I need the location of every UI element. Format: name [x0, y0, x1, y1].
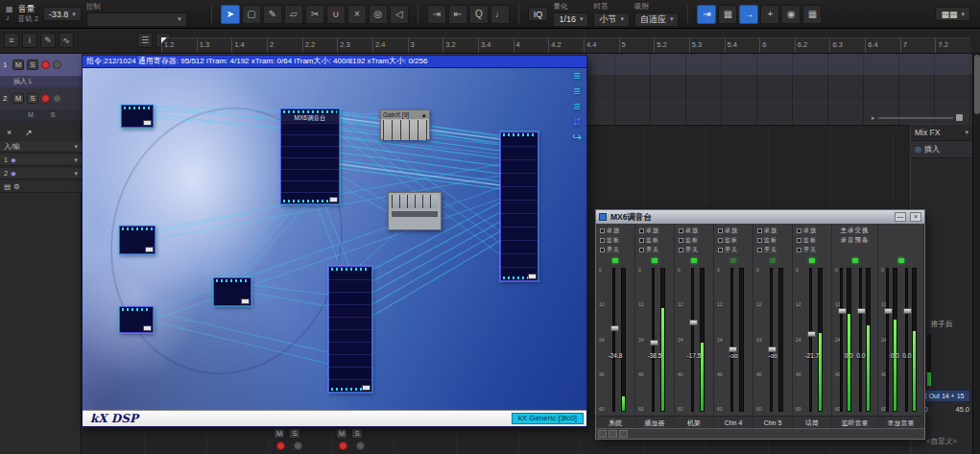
zoom-tool[interactable]: ◎	[369, 5, 388, 24]
checkbox-icon[interactable]	[718, 228, 723, 233]
mixfx-header[interactable]: Mix FX ▾	[911, 125, 972, 141]
fader-cap[interactable]	[903, 308, 912, 314]
inspector-routing-row[interactable]: 入/输 ▾	[0, 140, 82, 153]
inspector-item-row[interactable]: 2 ◆ ▾	[0, 167, 82, 179]
record-arm-button[interactable]	[41, 60, 50, 69]
fader-slot[interactable]	[730, 268, 733, 412]
module-ports[interactable]	[124, 107, 151, 109]
panel-icon[interactable]: ▤	[4, 181, 11, 192]
kx-window-titlebar[interactable]: 指令:212/1024 通用寄存器: 95/512 iTram: 4/192 x…	[83, 56, 586, 68]
selection-tool[interactable]: ➤	[221, 5, 240, 24]
module-ports[interactable]	[122, 227, 153, 230]
automation-lane-row[interactable]: M S	[0, 109, 82, 121]
solo-button[interactable]: S	[27, 60, 38, 70]
strip-switch[interactable]: 监板	[793, 235, 831, 245]
scrub-tool[interactable]: ◁	[390, 5, 409, 24]
strip-switch[interactable]: 开关	[596, 245, 634, 254]
erase-tool[interactable]: ▱	[284, 5, 303, 24]
kx-dsp-window[interactable]: 指令:212/1024 通用寄存器: 95/512 iTram: 4/192 x…	[82, 55, 587, 427]
gain-sliders[interactable]	[383, 120, 427, 140]
dsp-module[interactable]	[500, 131, 538, 281]
dsp-module[interactable]	[213, 277, 251, 306]
redirect-icon[interactable]: ↪	[572, 132, 582, 143]
mute-button[interactable]: M	[12, 60, 24, 70]
hamburger-icon[interactable]: ≡	[573, 86, 580, 97]
collapse-icon[interactable]: ▲	[421, 110, 427, 119]
close-button[interactable]: ×	[910, 212, 921, 222]
grid-type-button[interactable]: ▦	[718, 5, 737, 24]
strip-switch[interactable]: 录放	[714, 226, 753, 235]
fader-slot[interactable]	[905, 268, 908, 412]
checkbox-icon[interactable]	[757, 228, 762, 233]
marker-button[interactable]: ◉	[781, 5, 801, 24]
fader-slot[interactable]	[809, 268, 812, 412]
fader-cap[interactable]	[884, 308, 893, 314]
snap-toggle[interactable]: ⇥	[697, 5, 716, 24]
fader-cap[interactable]	[838, 308, 847, 314]
dsp-module[interactable]	[328, 266, 372, 393]
mute-button[interactable]: M	[274, 428, 285, 439]
monitor-button[interactable]	[356, 442, 365, 450]
strip-switch[interactable]: 监板	[675, 235, 713, 245]
play-icon[interactable]: ▸	[872, 113, 875, 122]
checkbox-icon[interactable]	[679, 248, 683, 252]
dsp-module-gainx[interactable]: GainX [9] ▲	[380, 109, 430, 140]
fader-slot[interactable]	[859, 268, 862, 412]
checkbox-icon[interactable]	[718, 238, 723, 243]
solo-button[interactable]: S	[351, 428, 363, 439]
dsp-module-panel[interactable]	[388, 192, 442, 230]
track-row-2[interactable]: 2 M S	[0, 87, 82, 109]
mute-button[interactable]: M	[12, 93, 24, 104]
strip-switch[interactable]: 录放	[635, 226, 674, 235]
record-arm-button[interactable]	[339, 442, 347, 450]
checkbox-icon[interactable]	[639, 248, 644, 252]
fader-cap[interactable]	[807, 331, 816, 337]
module-ports[interactable]	[216, 279, 249, 282]
record-arm-button[interactable]	[276, 442, 285, 450]
inspector-item-row[interactable]: 1 ◆ ▾	[0, 154, 82, 166]
checkbox-icon[interactable]	[757, 248, 762, 252]
minimize-icon[interactable]	[609, 430, 617, 438]
draw-button[interactable]: ✎	[40, 33, 56, 48]
checkbox-icon[interactable]	[797, 228, 801, 233]
iq-button[interactable]: IQ	[528, 7, 549, 21]
hamburger-icon[interactable]: ≡	[573, 71, 580, 82]
kx-driver-status[interactable]: kX Generic [3fc0]	[512, 413, 584, 424]
dsp-module[interactable]	[121, 105, 154, 128]
fader-cap[interactable]	[857, 308, 866, 314]
fader-cap[interactable]	[689, 320, 698, 325]
dsp-module[interactable]	[119, 306, 154, 333]
solo-button[interactable]: S	[289, 428, 300, 439]
route-icon[interactable]: ↗	[25, 128, 33, 137]
monitor-button[interactable]	[53, 94, 61, 103]
workspace-button[interactable]: ▦▦ ▾	[935, 7, 970, 21]
module-ports[interactable]	[503, 133, 536, 136]
monitor-button[interactable]	[294, 442, 302, 450]
solo-button[interactable]: S	[27, 93, 38, 104]
vertical-scrollbar[interactable]	[972, 54, 980, 454]
strip-switch[interactable]: 监板	[635, 235, 674, 245]
param-value-dropdown[interactable]: -33.8 ▾	[43, 7, 82, 21]
curve-button[interactable]: ∿	[59, 33, 74, 48]
fader-slot[interactable]	[691, 268, 694, 412]
insert-lane-row[interactable]: 插入 L	[0, 76, 82, 87]
module-ports[interactable]	[283, 110, 337, 113]
snap-dropdown[interactable]: 自适应 ▾	[634, 12, 680, 27]
scrollbar-thumb[interactable]	[956, 114, 963, 121]
horizontal-zoom-scrollbar[interactable]: ▸	[872, 113, 963, 122]
cross-button[interactable]: +	[760, 5, 779, 24]
checkbox-icon[interactable]	[639, 238, 644, 243]
strip-switch[interactable]: 监板	[596, 235, 634, 245]
control-dropdown[interactable]: ▾	[86, 12, 187, 27]
monitor-button[interactable]	[53, 60, 61, 69]
strip-switch[interactable]: 录放	[753, 226, 792, 235]
autoscroll-button[interactable]: ⇥	[427, 5, 446, 24]
project-start-marker[interactable]	[161, 37, 167, 43]
fader-slot[interactable]	[886, 268, 889, 412]
mx6-mixer-window[interactable]: MX6调音台 — × 录放监板开关012244060-24.8系统录放监板开关0…	[595, 209, 925, 440]
scrollbar-track[interactable]	[878, 117, 953, 119]
close-icon[interactable]: ×	[7, 128, 12, 137]
racks-button[interactable]: ▦	[802, 5, 822, 24]
mute-button[interactable]: M	[336, 428, 347, 439]
hamburger-icon[interactable]: ≡	[573, 102, 580, 112]
